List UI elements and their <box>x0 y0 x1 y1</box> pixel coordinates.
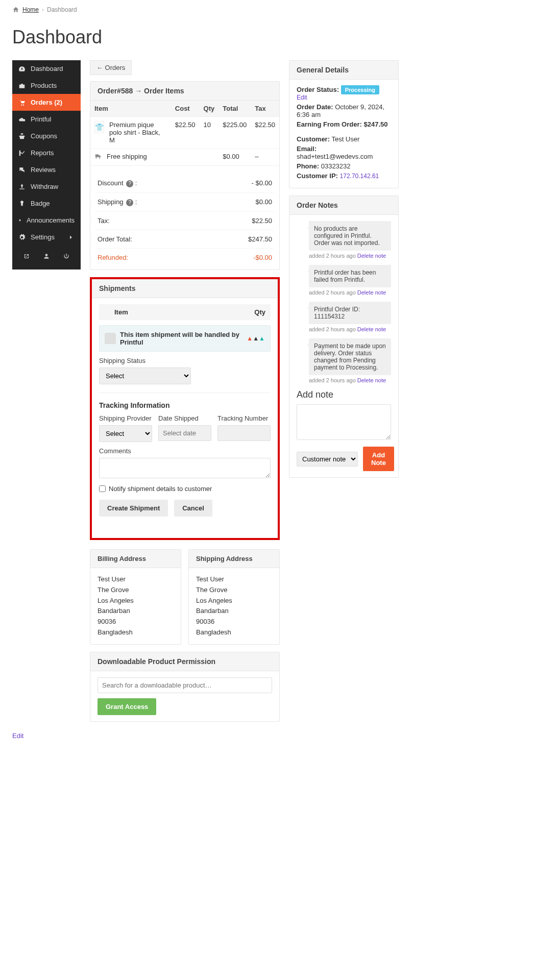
sidebar-item-coupons[interactable]: Coupons <box>12 128 81 144</box>
sidebar-item-reports[interactable]: Reports <box>12 144 81 161</box>
status-label: Shipping Status <box>99 357 191 364</box>
sidebar-item-label: Products <box>31 82 75 89</box>
delete-note-link[interactable]: Delete note <box>357 289 386 296</box>
add-note-button[interactable]: Add Note <box>363 447 394 471</box>
order-note: Printful Order ID: 111154312 <box>309 302 391 324</box>
grant-access-button[interactable]: Grant Access <box>98 698 156 715</box>
address-line: Test User <box>196 574 272 585</box>
shipping-heading: Shipping Address <box>189 550 279 568</box>
general-details-panel: General Details Order Status: Processing… <box>289 60 399 188</box>
status-lbl: Order Status: <box>297 86 339 93</box>
help-icon[interactable]: ? <box>126 180 133 187</box>
address-line: Bangladesh <box>98 627 174 638</box>
notify-checkbox[interactable] <box>99 485 106 492</box>
sidebar-item-label: Withdraw <box>31 183 75 190</box>
addnote-textarea[interactable] <box>297 404 391 440</box>
sidebar-item-orders[interactable]: Orders (2) <box>12 94 81 111</box>
sidebar-item-badge[interactable]: Badge <box>12 195 81 212</box>
package-icon <box>105 333 116 344</box>
edit-page-link[interactable]: Edit <box>12 732 522 740</box>
shipping-value: $0.00 <box>255 198 272 206</box>
shipping-provider-select[interactable]: Select <box>99 425 152 442</box>
comments-textarea[interactable] <box>99 458 271 478</box>
back-to-orders-button[interactable]: ← Orders <box>90 60 132 75</box>
shipping-status-select[interactable]: Select <box>99 368 191 384</box>
note-type-select[interactable]: Customer note <box>297 452 358 467</box>
sidebar-item-label: Announcements <box>27 216 75 224</box>
sidebar-item-dashboard[interactable]: Dashboard <box>12 60 81 77</box>
sidebar-item-withdraw[interactable]: Withdraw <box>12 178 81 195</box>
printful-logo-icon: ▲▲▲ <box>247 335 265 342</box>
discount-label: Discount <box>98 179 124 187</box>
status-badge: Processing <box>341 85 379 94</box>
chart-icon <box>18 150 26 157</box>
ordertotal-value: $247.50 <box>248 235 272 243</box>
power-icon[interactable] <box>63 253 70 261</box>
earning-val: $247.50 <box>363 120 387 128</box>
download-perm-panel: Downloadable Product Permission Grant Ac… <box>90 652 280 722</box>
sidebar-item-products[interactable]: Products <box>12 77 81 94</box>
cloud-icon <box>18 116 26 123</box>
chevron-right-icon <box>67 234 75 241</box>
delete-note-link[interactable]: Delete note <box>357 326 386 332</box>
cancel-shipment-button[interactable]: Cancel <box>174 500 212 517</box>
sidebar-item-settings[interactable]: Settings <box>12 229 81 246</box>
address-line: Bandarban <box>98 606 174 617</box>
order-note: No products are configured in Printful. … <box>309 221 391 251</box>
breadcrumb-home[interactable]: Home <box>22 6 39 13</box>
order-note: Printful order has been failed from Prin… <box>309 265 391 287</box>
help-icon[interactable]: ? <box>126 199 133 206</box>
delete-note-link[interactable]: Delete note <box>357 377 386 383</box>
download-search-input[interactable] <box>98 677 272 693</box>
cart-icon <box>18 99 26 106</box>
item-total: $225.00 <box>219 117 251 149</box>
address-line: Bangladesh <box>196 627 272 638</box>
notes-heading: Order Notes <box>289 196 398 215</box>
breadcrumb: Home › Dashboard <box>12 6 522 13</box>
sidebar-item-reviews[interactable]: Reviews <box>12 161 81 178</box>
sidebar-item-printful[interactable]: Printful <box>12 111 81 128</box>
user-icon[interactable] <box>43 253 50 261</box>
email-val: shad+test1@wedevs.com <box>297 153 373 160</box>
tracking-number-input[interactable] <box>217 425 271 441</box>
address-line: Los Angeles <box>196 596 272 606</box>
comments-label: Comments <box>99 447 271 455</box>
tax-label: Tax: <box>98 217 110 225</box>
general-heading: General Details <box>289 61 398 80</box>
sidebar: Dashboard Products Orders (2) Printful C… <box>12 60 81 270</box>
address-line: Bandarban <box>196 606 272 617</box>
sidebar-item-label: Badge <box>31 200 75 207</box>
col-item: Item <box>90 101 171 117</box>
provider-label: Shipping Provider <box>99 414 152 422</box>
address-line: 90036 <box>196 617 272 627</box>
item-cost: $22.50 <box>171 117 200 149</box>
col-total: Total <box>219 101 251 117</box>
col-cost: Cost <box>171 101 200 117</box>
order-items-panel: Order#588 → Order Items Item Cost Qty To… <box>90 81 280 270</box>
sidebar-item-announcements[interactable]: Announcements <box>12 212 81 229</box>
address-line: Los Angeles <box>98 596 174 606</box>
ordertotal-label: Order Total: <box>98 235 132 243</box>
sidebar-item-label: Coupons <box>31 132 75 140</box>
external-link-icon[interactable] <box>23 253 30 261</box>
delete-note-link[interactable]: Delete note <box>357 253 386 259</box>
sidebar-item-label: Orders (2) <box>31 99 75 106</box>
sidebar-item-label: Reports <box>31 149 75 157</box>
sidebar-item-label: Settings <box>31 233 62 241</box>
shipping-label: Shipping <box>98 198 124 206</box>
printful-banner: This item shipment will be handled by Pr… <box>99 325 271 352</box>
home-icon <box>12 6 19 13</box>
address-line: Test User <box>98 574 174 585</box>
date-shipped-input[interactable] <box>158 425 211 441</box>
create-shipment-button[interactable]: Create Shipment <box>99 500 168 517</box>
email-lbl: Email: <box>297 145 317 153</box>
billing-address-panel: Billing Address Test UserThe GroveLos An… <box>90 549 181 645</box>
tax-value: $22.50 <box>252 217 272 225</box>
notify-label: Notify shipment details to customer <box>109 485 212 493</box>
refunded-value: -$0.00 <box>253 254 272 261</box>
comments-icon <box>18 166 26 174</box>
edit-status-link[interactable]: Edit <box>297 94 307 101</box>
ip-link[interactable]: 172.70.142.61 <box>340 173 379 180</box>
download-heading: Downloadable Product Permission <box>90 652 279 671</box>
address-line: 90036 <box>98 617 174 627</box>
